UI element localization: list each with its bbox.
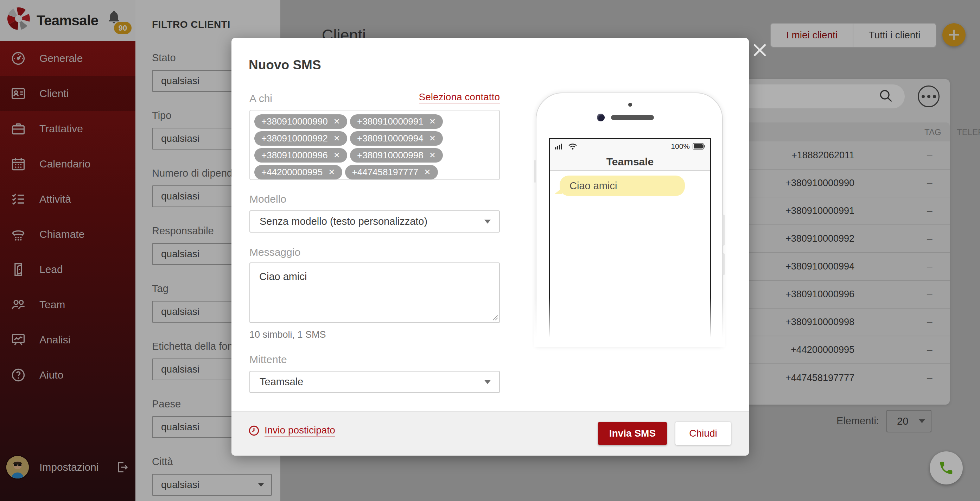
phone-fade <box>534 298 725 347</box>
phone-camera <box>597 114 605 121</box>
remove-chip-icon[interactable]: ✕ <box>334 151 340 160</box>
select-contact-link[interactable]: Seleziona contatto <box>419 91 500 103</box>
chevron-down-icon <box>484 380 491 384</box>
recipient-chip: +447458197777✕ <box>345 165 438 180</box>
to-label: A chi <box>250 92 272 105</box>
recipient-chip: +380910000994✕ <box>350 131 443 146</box>
remove-chip-icon[interactable]: ✕ <box>334 134 340 143</box>
delayed-send-link[interactable]: Invio posticipato <box>248 425 335 437</box>
clock-icon <box>248 425 259 436</box>
message-bubble: Ciao amici <box>560 176 685 196</box>
modal-title: Nuovo SMS <box>249 58 321 73</box>
sender-label: Mittente <box>250 353 287 366</box>
phone-sensor-dot <box>628 103 632 107</box>
message-textarea[interactable]: Ciao amici <box>250 262 500 323</box>
remove-chip-icon[interactable]: ✕ <box>429 134 436 143</box>
recipient-chip: +380910000998✕ <box>350 148 443 162</box>
template-label: Modello <box>250 193 286 205</box>
phone-statusbar: 100% <box>550 139 710 154</box>
phone-sender-header: Teamsale <box>550 154 710 171</box>
sms-phone-preview: 100% Teamsale Ciao amici <box>536 92 723 347</box>
recipient-chip: +380910000990✕ <box>255 115 347 129</box>
remove-chip-icon[interactable]: ✕ <box>429 117 436 126</box>
phone-side-button <box>722 215 725 246</box>
remove-chip-icon[interactable]: ✕ <box>424 167 431 177</box>
close-button[interactable]: Chiudi <box>675 422 731 445</box>
recipient-chip: +44200000995✕ <box>255 165 342 180</box>
recipient-chip: +380910000991✕ <box>350 115 443 129</box>
send-sms-button[interactable]: Invia SMS <box>598 422 667 445</box>
modal-close-icon[interactable] <box>752 43 767 57</box>
message-label: Messaggio <box>250 246 301 258</box>
remove-chip-icon[interactable]: ✕ <box>334 117 340 126</box>
signal-icon <box>555 143 564 150</box>
recipient-chip: +380910000996✕ <box>255 148 347 162</box>
sms-counter: 10 simboli, 1 SMS <box>250 329 326 340</box>
phone-side-button <box>722 253 725 275</box>
battery-icon <box>693 143 705 150</box>
sender-select[interactable]: Teamsale <box>250 371 500 393</box>
phone-speaker <box>611 115 654 120</box>
battery-percent: 100% <box>671 142 690 151</box>
wifi-icon <box>567 142 578 151</box>
remove-chip-icon[interactable]: ✕ <box>328 167 335 177</box>
recipient-chip: +380910000992✕ <box>255 131 347 146</box>
chevron-down-icon <box>484 219 491 223</box>
new-sms-modal: Nuovo SMS A chi Seleziona contatto +3809… <box>231 38 749 456</box>
remove-chip-icon[interactable]: ✕ <box>429 151 436 160</box>
modal-footer: Invio posticipato Invia SMS Chiudi <box>231 411 749 456</box>
phone-mute-switch <box>534 160 536 183</box>
recipients-field[interactable]: +380910000990✕ +380910000991✕ +380910000… <box>250 110 500 180</box>
template-select[interactable]: Senza modello (testo personalizzato) <box>250 210 500 232</box>
